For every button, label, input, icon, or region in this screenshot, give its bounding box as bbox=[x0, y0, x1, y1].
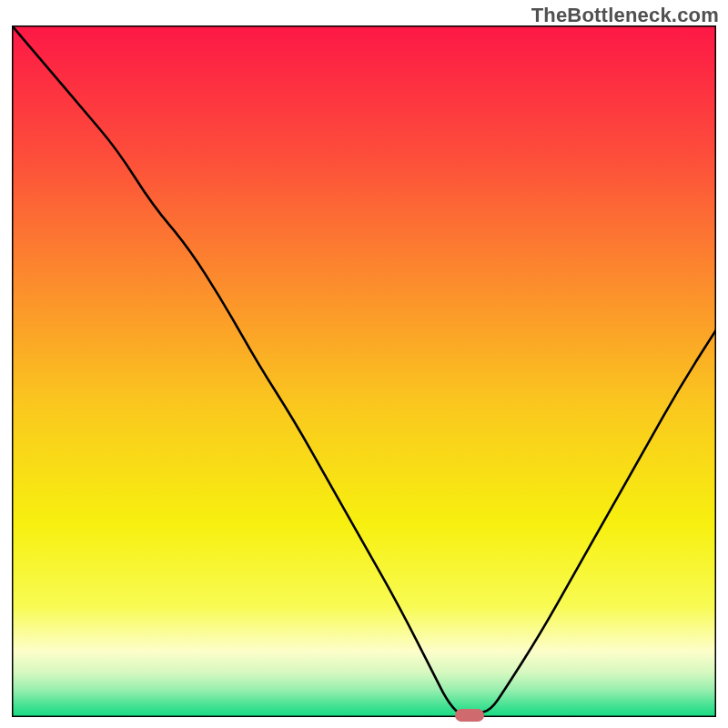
chart-container: TheBottleneck.com bbox=[0, 0, 728, 728]
gradient-background bbox=[12, 25, 716, 717]
watermark-text: TheBottleneck.com bbox=[531, 4, 719, 27]
plot-area bbox=[12, 25, 716, 717]
bottleneck-curve-svg bbox=[12, 25, 716, 717]
